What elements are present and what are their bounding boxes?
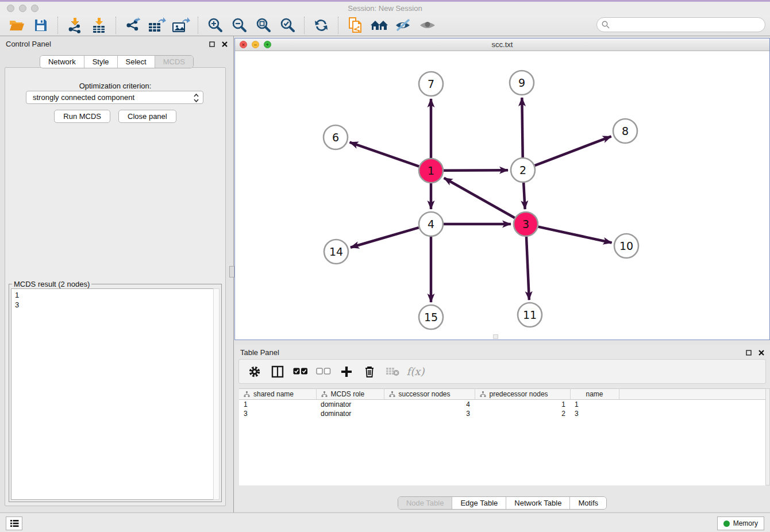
save-session-button[interactable]: [31, 16, 51, 34]
node-9[interactable]: 9: [510, 71, 534, 95]
edge-2-3[interactable]: [523, 183, 525, 209]
zoom-selected-button[interactable]: [278, 16, 297, 34]
column-header-shared-name[interactable]: shared name: [239, 389, 316, 400]
table-panel-close-button[interactable]: [759, 350, 764, 356]
table-cell[interactable]: 2: [475, 409, 570, 418]
column-header-name[interactable]: name: [570, 389, 619, 400]
tab-style[interactable]: Style: [84, 56, 118, 68]
deselect-all-columns-button[interactable]: [315, 363, 332, 380]
control-panel-close-button[interactable]: [222, 41, 228, 47]
float-icon: [209, 41, 215, 47]
tab-edge-table[interactable]: Edge Table: [452, 497, 506, 509]
edge-3-10[interactable]: [538, 227, 611, 243]
refresh-view-button[interactable]: [311, 16, 331, 34]
table-cell[interactable]: 4: [384, 400, 475, 409]
close-panel-button[interactable]: Close panel: [118, 110, 176, 123]
delete-table-button[interactable]: [384, 363, 401, 380]
result-scrollbar[interactable]: [213, 288, 220, 500]
table-cell[interactable]: 1: [570, 400, 619, 409]
node-8[interactable]: 8: [613, 119, 637, 143]
network-maximize-button[interactable]: +: [264, 41, 271, 48]
network-window-titlebar[interactable]: × − + scc.txt: [235, 38, 769, 51]
node-14[interactable]: 14: [324, 240, 348, 264]
column-header-successor-nodes[interactable]: successor nodes: [384, 389, 475, 400]
zoom-out-button[interactable]: [229, 16, 249, 34]
node-4[interactable]: 4: [419, 212, 443, 236]
table-cell[interactable]: 3: [239, 409, 316, 418]
create-column-button[interactable]: [338, 363, 355, 380]
edge-1-6[interactable]: [350, 142, 419, 167]
open-folder-icon: [9, 18, 25, 32]
column-header-MCDS-role[interactable]: MCDS role: [316, 389, 384, 400]
clone-network-icon: [348, 17, 363, 33]
export-table-icon: [148, 17, 166, 33]
zoom-in-button[interactable]: [205, 16, 225, 34]
table-row[interactable]: 1dominator411: [239, 400, 770, 409]
export-table-button[interactable]: [147, 16, 167, 34]
control-panel-float-button[interactable]: [209, 41, 215, 47]
edge-2-9[interactable]: [522, 98, 522, 157]
edge-3-11[interactable]: [526, 237, 529, 300]
select-all-columns-button[interactable]: [292, 363, 309, 380]
table-panel-title: Table Panel: [240, 348, 279, 357]
panel-splitter-handle[interactable]: [229, 266, 234, 277]
home-button[interactable]: [369, 16, 389, 34]
delete-column-button[interactable]: [361, 363, 378, 380]
zoom-fit-button[interactable]: [253, 16, 273, 34]
node-1[interactable]: 1: [419, 159, 443, 183]
tab-select[interactable]: Select: [118, 56, 155, 68]
export-image-button[interactable]: [171, 16, 191, 34]
network-minimize-button[interactable]: −: [252, 41, 259, 48]
status-list-button[interactable]: [6, 516, 22, 530]
tab-network-table[interactable]: Network Table: [506, 497, 570, 509]
show-columns-button[interactable]: [269, 363, 286, 380]
table-scrollbar[interactable]: [765, 388, 770, 485]
table-cell[interactable]: 1: [239, 400, 316, 409]
search-input[interactable]: [612, 19, 765, 30]
mcds-result-text[interactable]: 1 3: [11, 288, 213, 500]
table-settings-button[interactable]: [246, 363, 263, 380]
run-mcds-button[interactable]: Run MCDS: [54, 110, 110, 123]
table-cell[interactable]: 3: [570, 409, 619, 418]
network-canvas[interactable]: 7968124314101511: [235, 51, 769, 340]
table-cell[interactable]: 1: [475, 400, 570, 409]
node-11[interactable]: 11: [518, 303, 542, 327]
tab-node-table[interactable]: Node Table: [398, 497, 453, 509]
column-header-predecessor-nodes[interactable]: predecessor nodes: [475, 389, 570, 400]
export-network-button[interactable]: [123, 16, 143, 34]
eye-icon: [419, 18, 436, 32]
delete-table-icon: [386, 367, 399, 376]
table-cell[interactable]: dominator: [316, 409, 384, 418]
svg-text:15: 15: [424, 311, 438, 323]
tab-network[interactable]: Network: [40, 56, 84, 68]
table-row[interactable]: 3dominator323: [239, 409, 770, 418]
edge-1-2[interactable]: [444, 170, 508, 171]
tab-motifs[interactable]: Motifs: [570, 497, 606, 509]
node-7[interactable]: 7: [419, 72, 443, 96]
open-session-button[interactable]: [7, 16, 26, 34]
import-network-button[interactable]: [65, 16, 84, 34]
node-3[interactable]: 3: [514, 212, 538, 236]
edge-4-14[interactable]: [351, 228, 419, 248]
node-10[interactable]: 10: [614, 234, 638, 258]
node-6[interactable]: 6: [324, 125, 348, 149]
clone-network-button[interactable]: [345, 16, 365, 34]
table-cell[interactable]: dominator: [316, 400, 384, 409]
canvas-resize-grip[interactable]: [493, 334, 498, 339]
function-builder-button[interactable]: f(x): [407, 363, 424, 380]
hide-details-button[interactable]: [394, 16, 413, 34]
search-field[interactable]: [596, 17, 765, 32]
memory-button[interactable]: Memory: [717, 516, 764, 530]
show-details-button[interactable]: [418, 16, 437, 34]
node-2[interactable]: 2: [511, 158, 535, 182]
import-table-button[interactable]: [89, 16, 109, 34]
node-15[interactable]: 15: [419, 305, 443, 329]
network-close-button[interactable]: ×: [240, 41, 247, 48]
edge-3-1[interactable]: [444, 178, 515, 218]
edge-2-8[interactable]: [535, 136, 611, 165]
list-icon: [10, 519, 19, 527]
table-panel-float-button[interactable]: [746, 350, 752, 356]
tab-mcds[interactable]: MCDS: [155, 56, 193, 68]
table-cell[interactable]: 3: [384, 409, 475, 418]
criterion-dropdown[interactable]: strongly connected component: [26, 91, 203, 104]
